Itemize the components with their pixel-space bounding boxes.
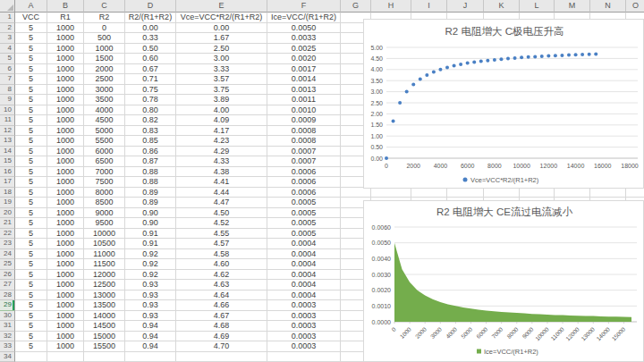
cell-D30[interactable]: 0.93 <box>125 311 176 322</box>
row-header-30[interactable]: 30 <box>0 311 15 322</box>
scatter-point[interactable] <box>385 156 388 160</box>
cell-F4[interactable]: 0.0025 <box>267 44 341 55</box>
scatter-point[interactable] <box>472 61 476 64</box>
cell-A26[interactable]: 5 <box>15 270 47 281</box>
cell-H18[interactable] <box>371 188 411 198</box>
cell-B22[interactable]: 1000 <box>47 229 84 240</box>
cell-C8[interactable]: 3000 <box>84 85 125 96</box>
scatter-point[interactable] <box>580 53 584 56</box>
row-header-9[interactable]: 9 <box>0 95 15 105</box>
cell-E30[interactable]: 4.67 <box>176 311 267 322</box>
cell-F26[interactable]: 0.0004 <box>267 270 341 281</box>
cell-F22[interactable]: 0.0005 <box>267 229 341 240</box>
legend-label[interactable]: Vce=VCC*R2/(R1+R2) <box>470 176 539 184</box>
cell-C14[interactable]: 6000 <box>84 147 125 157</box>
cell-B8[interactable]: 1000 <box>47 85 84 96</box>
cell-E27[interactable]: 4.63 <box>176 280 267 290</box>
scatter-point[interactable] <box>520 55 523 59</box>
cell-F28[interactable]: 0.0004 <box>267 290 341 301</box>
cell-A20[interactable]: 5 <box>15 208 47 219</box>
cell-E26[interactable]: 4.62 <box>176 270 267 281</box>
cell-B7[interactable]: 1000 <box>47 74 84 85</box>
cell-B27[interactable]: 1000 <box>47 280 84 290</box>
row-header-8[interactable]: 8 <box>0 85 15 96</box>
cell-B5[interactable]: 1000 <box>47 54 84 64</box>
cell-A16[interactable]: 5 <box>15 167 47 178</box>
row-header-3[interactable]: 3 <box>0 33 15 44</box>
cell-B4[interactable]: 1000 <box>47 44 84 55</box>
cell-E34[interactable] <box>176 352 267 362</box>
cell-C1[interactable]: R2 <box>84 13 125 23</box>
cell-A33[interactable]: 5 <box>15 341 47 352</box>
col-header-E[interactable]: E <box>176 0 267 13</box>
cell-A1[interactable]: VCC <box>15 13 47 23</box>
cell-B32[interactable]: 1000 <box>47 332 84 342</box>
cell-B28[interactable]: 1000 <box>47 290 84 301</box>
cell-C17[interactable]: 7500 <box>84 177 125 188</box>
scatter-point[interactable] <box>533 55 537 58</box>
row-header-23[interactable]: 23 <box>0 239 15 249</box>
row-header-32[interactable]: 32 <box>0 332 15 342</box>
row-header-25[interactable]: 25 <box>0 259 15 270</box>
cell-E16[interactable]: 4.38 <box>176 167 267 178</box>
cell-E22[interactable]: 4.55 <box>176 229 267 240</box>
cell-D11[interactable]: 0.82 <box>125 115 176 126</box>
row-header-29[interactable]: 29 <box>0 300 15 311</box>
cell-C3[interactable]: 500 <box>84 33 125 44</box>
cell-A34[interactable] <box>15 352 47 362</box>
cell-B20[interactable]: 1000 <box>47 208 84 219</box>
cell-F6[interactable]: 0.0017 <box>267 64 341 75</box>
cell-D34[interactable] <box>125 352 176 362</box>
col-header-C[interactable]: C <box>84 0 125 13</box>
cell-F17[interactable]: 0.0006 <box>267 177 341 188</box>
cell-M18[interactable] <box>555 188 590 198</box>
cell-C7[interactable]: 2500 <box>84 74 125 85</box>
cell-B10[interactable]: 1000 <box>47 105 84 116</box>
cell-F11[interactable]: 0.0009 <box>267 115 341 126</box>
col-header-I[interactable]: I <box>411 0 447 13</box>
cell-F33[interactable]: 0.0003 <box>267 341 341 352</box>
cell-D5[interactable]: 0.60 <box>125 54 176 64</box>
scatter-point[interactable] <box>540 55 544 58</box>
col-header-J[interactable]: J <box>447 0 484 13</box>
cell-A23[interactable]: 5 <box>15 239 47 249</box>
scatter-point[interactable] <box>425 73 428 77</box>
scatter-point[interactable] <box>547 54 550 57</box>
cell-A31[interactable]: 5 <box>15 321 47 332</box>
scatter-point[interactable] <box>493 58 496 62</box>
cell-B13[interactable]: 1000 <box>47 136 84 147</box>
cell-A18[interactable]: 5 <box>15 188 47 198</box>
cell-F25[interactable]: 0.0004 <box>267 259 341 270</box>
row-header-7[interactable]: 7 <box>0 74 15 85</box>
cell-B18[interactable]: 1000 <box>47 188 84 198</box>
cell-C24[interactable]: 11000 <box>84 249 125 260</box>
col-header-O[interactable]: O <box>626 0 644 13</box>
cell-F29[interactable]: 0.0003 <box>267 300 341 311</box>
cell-F27[interactable]: 0.0004 <box>267 280 341 290</box>
scatter-point[interactable] <box>588 53 591 56</box>
cell-J18[interactable] <box>447 188 484 198</box>
cell-E15[interactable]: 4.33 <box>176 156 267 167</box>
cell-E13[interactable]: 4.23 <box>176 136 267 147</box>
row-header-24[interactable]: 24 <box>0 249 15 260</box>
cell-E23[interactable]: 4.57 <box>176 239 267 249</box>
cell-C33[interactable]: 15500 <box>84 341 125 352</box>
cell-A12[interactable]: 5 <box>15 126 47 137</box>
cell-C20[interactable]: 9000 <box>84 208 125 219</box>
cell-E20[interactable]: 4.50 <box>176 208 267 219</box>
cell-E12[interactable]: 4.17 <box>176 126 267 137</box>
cell-F14[interactable]: 0.0007 <box>267 147 341 157</box>
cell-N18[interactable] <box>590 188 626 198</box>
col-header-H[interactable]: H <box>371 0 411 13</box>
cell-B17[interactable]: 1000 <box>47 177 84 188</box>
cell-E33[interactable]: 4.70 <box>176 341 267 352</box>
cell-C12[interactable]: 5000 <box>84 126 125 137</box>
cell-A5[interactable]: 5 <box>15 54 47 64</box>
cell-D15[interactable]: 0.87 <box>125 156 176 167</box>
cell-F15[interactable]: 0.0007 <box>267 156 341 167</box>
cell-C13[interactable]: 5500 <box>84 136 125 147</box>
cell-I18[interactable] <box>411 188 447 198</box>
cell-E10[interactable]: 4.00 <box>176 105 267 116</box>
cell-D17[interactable]: 0.88 <box>125 177 176 188</box>
cell-A24[interactable]: 5 <box>15 249 47 260</box>
